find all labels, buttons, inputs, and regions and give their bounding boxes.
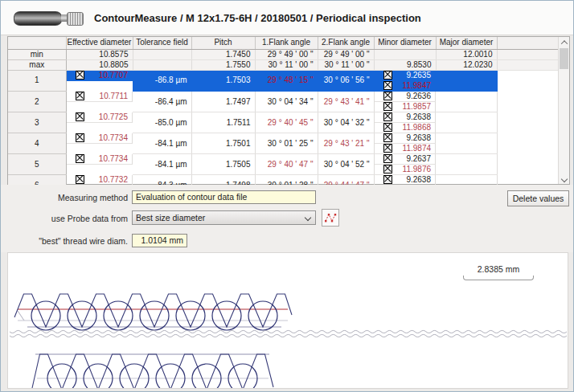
- thread-wire-circle: [47, 364, 76, 388]
- contour-plot-panel: 2.8385 mm: [7, 252, 568, 389]
- wire-diameter-field[interactable]: 1.0104 mm: [132, 234, 187, 247]
- probe-points-icon: [324, 211, 337, 224]
- checkbox-checked-icon[interactable]: [383, 175, 392, 184]
- table-scrollbar[interactable]: [558, 37, 569, 184]
- thread-wire-circle: [84, 364, 113, 388]
- column-header: 2.Flank angle: [318, 37, 374, 49]
- column-header: 1.Flank angle: [255, 37, 318, 49]
- scale-bracket: [463, 276, 534, 280]
- column-header: Major diameter: [436, 37, 497, 49]
- checkbox-checked-icon[interactable]: [383, 112, 392, 121]
- checkbox-checked-icon[interactable]: [383, 154, 392, 163]
- scroll-down-button[interactable]: [559, 174, 569, 184]
- table-row[interactable]: max10.88051.755030 ° 11 ' 00 "30 ° 11 ' …: [8, 59, 560, 70]
- title-bar: ContourMeasure / M 12x1.75-6H / 20180501…: [1, 1, 573, 35]
- table-row[interactable]: 310.7725-85.0 µm1.751129 ° 40 ' 45 "30 °…: [8, 112, 560, 133]
- measuring-method-field[interactable]: Evaluation of contour data file: [132, 190, 316, 204]
- checkbox-checked-icon[interactable]: [76, 112, 84, 121]
- checkbox-checked-icon[interactable]: [383, 165, 392, 174]
- scroll-up-button[interactable]: [559, 37, 569, 47]
- column-header: [8, 37, 66, 49]
- wave-separator: [10, 330, 567, 333]
- chevron-down-icon: [305, 214, 311, 221]
- scale-value: 2.8385 mm: [463, 264, 534, 274]
- chevron-up-icon: [560, 40, 567, 47]
- checkbox-checked-icon[interactable]: [383, 133, 392, 142]
- checkbox-checked-icon[interactable]: [383, 92, 392, 100]
- parameter-panel: Measuring method Evaluation of contour d…: [1, 185, 573, 252]
- probe-data-dropdown[interactable]: Best size diameter: [132, 210, 316, 225]
- column-header: Minor diameter: [374, 37, 436, 49]
- measurement-table: Effective diameterTolerance fieldPitch1.…: [7, 36, 570, 185]
- checkbox-checked-icon[interactable]: [76, 71, 84, 80]
- column-header: [497, 37, 560, 49]
- checkbox-checked-icon[interactable]: [383, 81, 392, 90]
- contour-measure-window: ContourMeasure / M 12x1.75-6H / 20180501…: [0, 0, 574, 392]
- page-title: ContourMeasure / M 12x1.75-6H / 20180501…: [94, 12, 421, 24]
- scale-indicator: 2.8385 mm: [463, 264, 534, 280]
- checkbox-checked-icon[interactable]: [383, 71, 392, 80]
- probe-data-label: use Probe data from: [1, 214, 128, 223]
- thread-wire-circle: [156, 364, 185, 388]
- guide: [18, 311, 24, 321]
- table-row[interactable]: 110.7707-86.8 µm1.750329 ° 48 ' 15 "30 °…: [8, 70, 560, 92]
- column-header: Effective diameter: [66, 37, 133, 49]
- table-row[interactable]: 410.7734-84.1 µm1.750130 ° 01 ' 25 "29 °…: [8, 133, 560, 154]
- checkbox-checked-icon[interactable]: [76, 92, 84, 100]
- chevron-down-icon: [560, 175, 567, 182]
- thread-wire-circle: [192, 364, 221, 388]
- column-header: Tolerance field: [133, 37, 191, 49]
- probe-data-selected-value: Best size diameter: [136, 213, 205, 223]
- thread-plug-gauge-icon: [14, 9, 88, 27]
- table-row[interactable]: 210.7711-86.4 µm1.749730 ° 04 ' 34 "29 °…: [8, 92, 560, 112]
- checkbox-checked-icon[interactable]: [383, 102, 392, 111]
- checkbox-checked-icon[interactable]: [76, 133, 84, 142]
- delete-values-button[interactable]: Delete values: [507, 190, 569, 206]
- table-header: Effective diameterTolerance fieldPitch1.…: [8, 37, 560, 49]
- thread-wire-circle: [228, 364, 257, 388]
- thread-wire-circle: [120, 364, 149, 388]
- measuring-method-label: Measuring method: [1, 193, 128, 202]
- probe-points-button[interactable]: [322, 209, 339, 227]
- wave-separator: [10, 334, 567, 337]
- scrollbar-thumb[interactable]: [560, 48, 568, 69]
- table-row[interactable]: min10.85751.745029 ° 49 ' 00 "29 ° 49 ' …: [8, 49, 560, 59]
- wire-diameter-label: "best" thread wire diam.: [1, 236, 128, 246]
- checkbox-checked-icon[interactable]: [383, 123, 392, 132]
- checkbox-checked-icon[interactable]: [76, 154, 84, 163]
- column-header: Pitch: [191, 37, 255, 49]
- table-row[interactable]: 510.7734-84.1 µm1.750529 ° 40 ' 47 "30 °…: [8, 154, 560, 175]
- checkbox-checked-icon[interactable]: [383, 144, 392, 153]
- lower-thread-profile: [32, 354, 273, 388]
- checkbox-checked-icon[interactable]: [76, 175, 84, 184]
